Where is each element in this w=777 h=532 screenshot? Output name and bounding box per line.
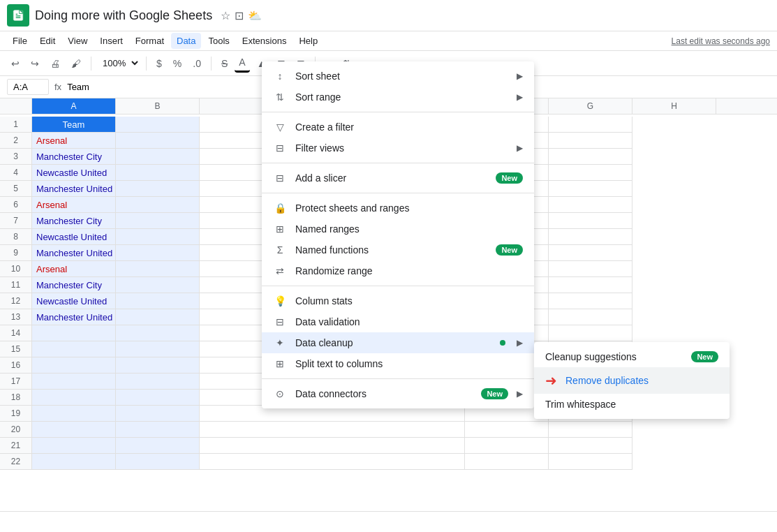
submenu-item-remove-duplicates[interactable]: ➜ Remove duplicates — [534, 367, 730, 394]
undo-button[interactable]: ↩ — [7, 55, 24, 72]
menu-extensions[interactable]: Extensions — [237, 33, 293, 49]
cell-h14[interactable] — [549, 325, 632, 341]
cell-b21[interactable] — [116, 438, 200, 453]
menu-item-create-filter[interactable]: ▽ Create a filter — [262, 117, 534, 138]
cell-h5[interactable] — [549, 181, 632, 196]
cell-b1[interactable] — [116, 117, 200, 132]
cell-b19[interactable] — [116, 406, 200, 421]
menu-data[interactable]: Data — [171, 33, 201, 49]
menu-item-sort-range[interactable]: ⇅ Sort range ▶ — [262, 87, 534, 108]
cell-a4[interactable]: Newcastle United — [32, 165, 116, 180]
redo-button[interactable]: ↪ — [27, 55, 43, 72]
cell-a8[interactable]: Newcastle United — [32, 229, 116, 244]
cell-h21[interactable] — [549, 438, 632, 453]
cell-a20[interactable] — [32, 422, 116, 437]
folder-icon[interactable]: ⊡ — [235, 9, 244, 22]
cell-b17[interactable] — [116, 374, 200, 389]
cell-h8[interactable] — [549, 229, 632, 244]
cell-a7[interactable]: Manchester City — [32, 213, 116, 228]
menu-help[interactable]: Help — [293, 33, 323, 49]
cell-h20[interactable] — [549, 422, 632, 437]
menu-item-data-connectors[interactable]: ⊙ Data connectors New ▶ — [262, 383, 534, 404]
menu-item-split-text[interactable]: ⊞ Split text to columns — [262, 353, 534, 374]
menu-item-named-functions[interactable]: Σ Named functions New — [262, 239, 534, 260]
menu-item-sort-sheet[interactable]: ↕ Sort sheet ▶ — [262, 66, 534, 87]
zoom-select[interactable]: 100% — [97, 56, 140, 71]
col-header-g[interactable]: G — [549, 98, 632, 114]
col-header-b[interactable]: B — [116, 98, 200, 114]
menu-view[interactable]: View — [62, 33, 93, 49]
menu-item-randomize[interactable]: ⇄ Randomize range — [262, 260, 534, 281]
cell-g22[interactable] — [465, 454, 549, 469]
cell-a14[interactable] — [32, 325, 116, 341]
cell-b20[interactable] — [116, 422, 200, 437]
col-header-a[interactable]: A — [32, 98, 116, 114]
menu-item-filter-views[interactable]: ⊟ Filter views ▶ — [262, 138, 534, 158]
cell-a12[interactable]: Newcastle United — [32, 293, 116, 309]
cell-b15[interactable] — [116, 341, 200, 357]
currency-button[interactable]: $ — [152, 55, 166, 72]
cell-reference-input[interactable] — [7, 79, 49, 95]
cell-g21[interactable] — [465, 438, 549, 453]
decimal-button[interactable]: .0 — [188, 55, 205, 72]
cell-h11[interactable] — [549, 277, 632, 293]
strikethrough-button[interactable]: S — [217, 55, 232, 72]
cell-f22[interactable] — [381, 454, 465, 469]
submenu-item-cleanup-suggestions[interactable]: Cleanup suggestions New — [534, 346, 730, 367]
cell-b9[interactable] — [116, 245, 200, 260]
menu-file[interactable]: File — [7, 33, 33, 49]
cell-b13[interactable] — [116, 309, 200, 325]
menu-item-add-slicer[interactable]: ⊟ Add a slicer New — [262, 168, 534, 189]
cell-h12[interactable] — [549, 293, 632, 309]
cell-b7[interactable] — [116, 213, 200, 228]
cell-b16[interactable] — [116, 357, 200, 373]
cell-h9[interactable] — [549, 245, 632, 260]
cell-h6[interactable] — [549, 197, 632, 212]
menu-format[interactable]: Format — [130, 33, 170, 49]
cell-b3[interactable] — [116, 149, 200, 164]
cell-a17[interactable] — [32, 374, 116, 389]
cell-b18[interactable] — [116, 390, 200, 405]
paint-format-button[interactable]: 🖌 — [67, 55, 85, 72]
menu-item-column-stats[interactable]: 💡 Column stats — [262, 290, 534, 311]
col-header-h[interactable]: H — [632, 98, 716, 114]
cell-h1[interactable] — [549, 117, 632, 132]
menu-insert[interactable]: Insert — [94, 33, 128, 49]
menu-edit[interactable]: Edit — [34, 33, 61, 49]
percent-button[interactable]: % — [169, 55, 186, 72]
cell-a5[interactable]: Manchester United — [32, 181, 116, 196]
cloud-icon[interactable]: ⛅ — [248, 9, 262, 22]
cell-a9[interactable]: Manchester United — [32, 245, 116, 260]
menu-item-data-cleanup[interactable]: ✦ Data cleanup ▶ — [262, 332, 534, 353]
cell-a15[interactable] — [32, 341, 116, 357]
print-button[interactable]: 🖨 — [46, 55, 64, 72]
cell-b8[interactable] — [116, 229, 200, 244]
cell-f21[interactable] — [381, 438, 465, 453]
cell-b4[interactable] — [116, 165, 200, 180]
text-color-button[interactable]: A — [235, 54, 249, 73]
cell-a16[interactable] — [32, 357, 116, 373]
cell-g20[interactable] — [465, 422, 549, 437]
cell-a10[interactable]: Arsenal — [32, 261, 116, 276]
cell-h22[interactable] — [549, 454, 632, 469]
cell-a21[interactable] — [32, 438, 116, 453]
cell-h13[interactable] — [549, 309, 632, 325]
cell-a18[interactable] — [32, 390, 116, 405]
cell-a19[interactable] — [32, 406, 116, 421]
cell-a6[interactable]: Arsenal — [32, 197, 116, 212]
cell-b11[interactable] — [116, 277, 200, 293]
cell-h4[interactable] — [549, 165, 632, 180]
cell-a13[interactable]: Manchester United — [32, 309, 116, 325]
cell-a11[interactable]: Manchester City — [32, 277, 116, 293]
cell-b12[interactable] — [116, 293, 200, 309]
menu-item-data-validation[interactable]: ⊟ Data validation — [262, 311, 534, 332]
cell-f20[interactable] — [381, 422, 465, 437]
cell-b6[interactable] — [116, 197, 200, 212]
menu-item-protect[interactable]: 🔒 Protect sheets and ranges — [262, 198, 534, 219]
cell-h7[interactable] — [549, 213, 632, 228]
cell-b5[interactable] — [116, 181, 200, 196]
menu-tools[interactable]: Tools — [202, 33, 235, 49]
cell-a1[interactable]: Team — [32, 117, 116, 132]
star-icon[interactable]: ☆ — [221, 9, 230, 22]
cell-b22[interactable] — [116, 454, 200, 469]
